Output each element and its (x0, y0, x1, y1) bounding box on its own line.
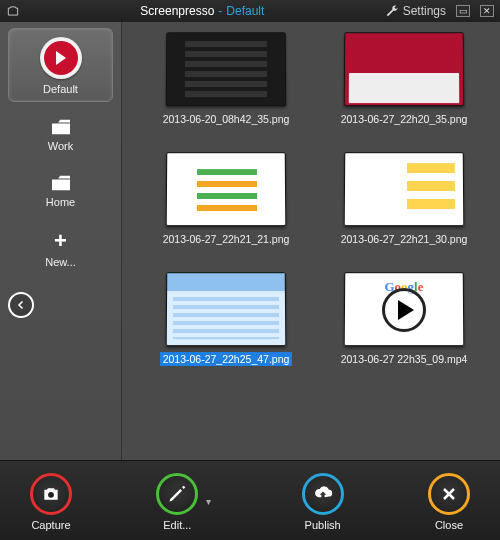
cloud-upload-icon (302, 473, 344, 515)
settings-button[interactable]: Settings (385, 4, 446, 18)
thumbnail-preview (166, 32, 287, 106)
sidebar-item-default[interactable]: Default (8, 28, 113, 102)
thumbnail-preview (344, 152, 465, 226)
sidebar-item-work[interactable]: Work (8, 110, 113, 158)
titlebar: Screenpresso - Default Settings ▭ ✕ (0, 0, 500, 22)
thumbnail-gallery[interactable]: 2013-06-20_08h42_35.png 2013-06-27_22h20… (122, 22, 500, 460)
sidebar-item-label: Home (46, 196, 75, 208)
sidebar-item-home[interactable]: Home (8, 166, 113, 214)
close-window-button[interactable]: ✕ (480, 5, 494, 17)
close-icon (428, 473, 470, 515)
main-area: Default Work Home + New... 2013-06 (0, 22, 500, 460)
bottom-toolbar: Capture Edit... ▾ Publish Close (0, 460, 500, 540)
edit-dropdown-caret[interactable]: ▾ (200, 496, 217, 507)
folder-icon (50, 118, 72, 136)
settings-label: Settings (403, 4, 446, 18)
svg-point-0 (48, 491, 54, 497)
thumbnail-preview (166, 152, 287, 226)
sidebar-item-label: Work (48, 140, 73, 152)
publish-label: Publish (305, 519, 341, 531)
app-name-label: Screenpresso (140, 4, 214, 18)
thumbnail-item[interactable]: 2013-06-27_22h20_35.png (325, 32, 483, 126)
thumbnail-filename: 2013-06-20_08h42_35.png (160, 112, 293, 126)
edit-icon (156, 473, 198, 515)
window-title: Screenpresso - Default (140, 4, 264, 18)
thumbnail-item[interactable]: Google 2013-06-27 22h35_09.mp4 (325, 272, 483, 366)
wrench-icon (385, 4, 399, 18)
capture-button[interactable]: Capture (30, 473, 72, 531)
close-button[interactable]: Close (428, 473, 470, 531)
workspace-sidebar: Default Work Home + New... (0, 22, 122, 460)
play-icon (382, 289, 426, 333)
title-separator: - (218, 4, 222, 18)
edit-button[interactable]: Edit... (156, 473, 198, 531)
sidebar-item-new[interactable]: + New... (8, 222, 113, 274)
folder-icon (50, 174, 72, 192)
default-workspace-icon (40, 37, 82, 79)
collapse-sidebar-button[interactable] (8, 292, 34, 318)
thumbnail-preview: Google (344, 272, 465, 346)
sidebar-item-label: Default (43, 83, 78, 95)
thumbnail-item[interactable]: 2013-06-20_08h42_35.png (147, 32, 305, 126)
thumbnail-preview (344, 32, 465, 106)
app-icon (6, 4, 20, 18)
thumbnail-preview (166, 272, 287, 346)
sidebar-item-label: New... (45, 256, 76, 268)
thumbnail-filename: 2013-06-27_22h25_47.png (160, 352, 293, 366)
thumbnail-filename: 2013-06-27 22h35_09.mp4 (338, 352, 471, 366)
capture-label: Capture (31, 519, 70, 531)
camera-icon (30, 473, 72, 515)
thumbnail-filename: 2013-06-27_22h20_35.png (338, 112, 471, 126)
plus-icon: + (54, 230, 67, 252)
thumbnail-filename: 2013-06-27_22h21_30.png (338, 232, 471, 246)
publish-button[interactable]: Publish (302, 473, 344, 531)
thumbnail-item[interactable]: 2013-06-27_22h21_21.png (147, 152, 305, 246)
thumbnail-item[interactable]: 2013-06-27_22h25_47.png (147, 272, 305, 366)
minimize-button[interactable]: ▭ (456, 5, 470, 17)
close-label: Close (435, 519, 463, 531)
edit-label: Edit... (163, 519, 191, 531)
workspace-name-label: Default (226, 4, 264, 18)
thumbnail-item[interactable]: 2013-06-27_22h21_30.png (325, 152, 483, 246)
thumbnail-filename: 2013-06-27_22h21_21.png (160, 232, 293, 246)
